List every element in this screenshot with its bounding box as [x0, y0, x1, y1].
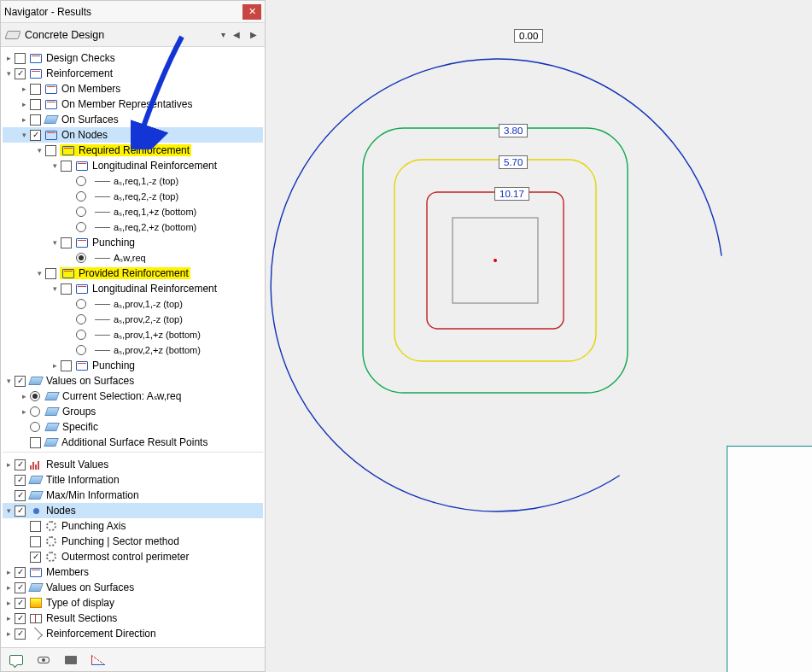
- tree-provided-reinforcement[interactable]: ▾ Provided Reinforcement: [3, 266, 263, 281]
- gear-icon: [46, 521, 56, 531]
- tree-label: On Member Representatives: [61, 98, 192, 110]
- feedback-button[interactable]: [8, 652, 25, 669]
- tree-label: Title Information: [46, 474, 120, 486]
- tree-label: On Nodes: [61, 129, 108, 141]
- tree-design-checks[interactable]: ▸ Design Checks: [3, 50, 263, 66]
- tree-punching-prov[interactable]: ▸ Punching: [3, 358, 263, 373]
- tree-title-info[interactable]: ✓ Title Information: [3, 472, 263, 488]
- tree-label: On Surfaces: [61, 114, 119, 126]
- concrete-icon: [4, 31, 20, 39]
- gear-icon: [46, 552, 56, 562]
- tree-required-reinforcement[interactable]: ▾ Required Reinforcement: [3, 143, 263, 158]
- tree-on-nodes[interactable]: ▾ ✓ On Nodes: [3, 127, 263, 143]
- diagram-viewport[interactable]: 0.00 3.80 5.70 10.17: [266, 0, 812, 672]
- tree-on-members[interactable]: ▸ On Members: [3, 81, 263, 96]
- tree-label: Aₛw,req: [114, 253, 146, 264]
- tree-label: aₛ,req,2,-z (top): [114, 191, 178, 202]
- tree-on-member-reps[interactable]: ▸ On Member Representatives: [3, 96, 263, 112]
- tree-a-req-2-mz-top[interactable]: aₛ,req,2,-z (top): [3, 189, 263, 204]
- tree-reinforcement[interactable]: ▾ ✓ Reinforcement: [3, 66, 263, 81]
- tree-label: Required Reinforcement: [79, 144, 190, 156]
- tree-longitudinal-reinf-prov[interactable]: ▾ Longitudinal Reinforcement: [3, 281, 263, 296]
- tree-label: Current Selection: Aₛw,req: [62, 390, 181, 402]
- view-button[interactable]: [35, 652, 52, 669]
- tree-maxmin[interactable]: ✓ Max/Min Information: [3, 488, 263, 503]
- tree-members[interactable]: ▸ ✓ Members: [3, 564, 263, 580]
- tree-longitudinal-reinf[interactable]: ▾ Longitudinal Reinforcement: [3, 158, 263, 173]
- tree-a-prov-2-mz-top[interactable]: aₛ,prov,2,-z (top): [3, 312, 263, 327]
- tree-a-req-2-pz-bot[interactable]: aₛ,req,2,+z (bottom): [3, 219, 263, 235]
- tree-a-prov-1-pz-bot[interactable]: aₛ,prov,1,+z (bottom): [3, 327, 263, 342]
- tree-label: Outermost control perimeter: [61, 551, 189, 563]
- tree-label: aₛ,req,1,+z (bottom): [114, 207, 196, 218]
- chart-button[interactable]: [90, 652, 107, 669]
- tree-label: aₛ,prov,2,-z (top): [114, 314, 183, 325]
- tree-specific[interactable]: Specific: [3, 419, 263, 435]
- chevron-down-icon[interactable]: ▾: [221, 30, 225, 39]
- tree-label: Reinforcement: [46, 67, 113, 79]
- tree-additional-points[interactable]: Additional Surface Result Points: [3, 435, 263, 450]
- tree-label: Type of display: [46, 597, 114, 609]
- tree-label: Punching | Sector method: [61, 535, 179, 547]
- nav-next-button[interactable]: ▶: [248, 29, 260, 41]
- tree-values-on-surfaces[interactable]: ▾ ✓ Values on Surfaces: [3, 373, 263, 389]
- eye-icon: [38, 657, 50, 663]
- tree-on-surfaces[interactable]: ▸ On Surfaces: [3, 112, 263, 127]
- tree-a-prov-2-pz-bot[interactable]: aₛ,prov,2,+z (bottom): [3, 342, 263, 358]
- center-dot: [494, 259, 497, 262]
- category-label: Concrete Design: [25, 29, 216, 41]
- tree-label: aₛ,prov,2,+z (bottom): [114, 345, 201, 356]
- tree-nodes[interactable]: ▾ ✓ Nodes: [3, 503, 263, 518]
- tree-label: Values on Surfaces: [46, 375, 134, 387]
- gear-icon: [46, 536, 56, 546]
- value-label-5p70: 5.70: [499, 155, 528, 169]
- tree-label: Longitudinal Reinforcement: [92, 283, 217, 295]
- nav-prev-button[interactable]: ◀: [231, 29, 242, 41]
- tree-a-req-1-mz-top[interactable]: aₛ,req,1,-z (top): [3, 173, 263, 189]
- tree-label: aₛ,req,2,+z (bottom): [114, 222, 196, 233]
- tree-label: Specific: [62, 421, 98, 433]
- tree-label: Groups: [62, 406, 96, 418]
- panel-title: Navigator - Results: [4, 6, 242, 18]
- close-button[interactable]: ✕: [242, 4, 261, 20]
- tree-outermost-perimeter[interactable]: ✓ Outermost control perimeter: [3, 549, 263, 564]
- tree-label: Values on Surfaces: [46, 581, 134, 593]
- tree-values-on-surfaces-2[interactable]: ▸ ✓ Values on Surfaces: [3, 580, 263, 595]
- tree-a-req-1-pz-bot[interactable]: aₛ,req,1,+z (bottom): [3, 204, 263, 219]
- tree-label: Reinforcement Direction: [46, 628, 156, 640]
- tree-punching-axis[interactable]: Punching Axis: [3, 518, 263, 534]
- panel-bottom-toolbar: [1, 647, 265, 671]
- tree-punching-req[interactable]: ▾ Punching: [3, 235, 263, 250]
- tree-asw-req[interactable]: Aₛw,req: [3, 250, 263, 266]
- navigator-tree[interactable]: ▸ Design Checks ▾ ✓ Reinforcement ▸ On M…: [1, 47, 265, 647]
- tree-label: Result Sections: [46, 612, 117, 624]
- tree-groups[interactable]: ▸ Groups: [3, 404, 263, 419]
- tree-label: Design Checks: [46, 52, 115, 64]
- tree-result-values[interactable]: ▸ ✓ Result Values: [3, 457, 263, 472]
- tree-label: Result Values: [46, 459, 108, 470]
- tree-type-display[interactable]: ▸ ✓ Type of display: [3, 595, 263, 611]
- video-button[interactable]: [62, 652, 79, 669]
- tree-label: Max/Min Information: [46, 489, 139, 501]
- tree-label: Longitudinal Reinforcement: [92, 160, 217, 172]
- tree-reinf-direction[interactable]: ▸ ✓ Reinforcement Direction: [3, 626, 263, 641]
- tree-a-prov-1-mz-top[interactable]: aₛ,prov,1,-z (top): [3, 296, 263, 312]
- value-label-0: 0.00: [514, 29, 543, 43]
- tree-label: Provided Reinforcement: [79, 267, 189, 279]
- partial-surface: [727, 446, 812, 672]
- tree-label: Additional Surface Result Points: [61, 436, 207, 448]
- tree-result-sections[interactable]: ▸ ✓ Result Sections: [3, 611, 263, 626]
- tree-current-selection[interactable]: ▸ Current Selection: Aₛw,req: [3, 389, 263, 404]
- tree-label: On Members: [61, 83, 120, 95]
- tree-label: aₛ,req,1,-z (top): [114, 176, 178, 187]
- category-bar[interactable]: Concrete Design ▾ ◀ ▶: [1, 23, 265, 47]
- tree-label: aₛ,prov,1,+z (bottom): [114, 330, 201, 341]
- tree-label: Members: [46, 566, 89, 578]
- value-label-10p17: 10.17: [494, 187, 529, 201]
- tree-label: Punching: [92, 359, 135, 371]
- panel-titlebar: Navigator - Results ✕: [1, 1, 265, 23]
- tree-sector-method[interactable]: Punching | Sector method: [3, 534, 263, 549]
- tree-label: Punching: [92, 237, 135, 248]
- tree-label: aₛ,prov,1,-z (top): [114, 299, 183, 310]
- tree-label: Punching Axis: [61, 520, 126, 532]
